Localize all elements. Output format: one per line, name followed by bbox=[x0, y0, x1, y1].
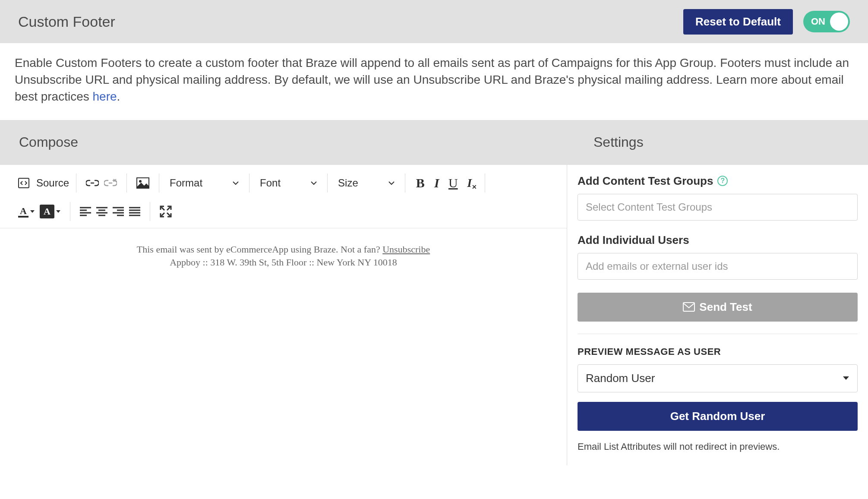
format-select[interactable]: Format bbox=[166, 177, 242, 189]
content-test-groups-label: Add Content Test Groups ? bbox=[578, 174, 858, 188]
preview-user-value: Random User bbox=[586, 372, 655, 385]
caret-down-icon bbox=[843, 376, 849, 381]
caret-down-icon bbox=[233, 181, 239, 185]
description-body: Enable Custom Footers to create a custom… bbox=[15, 56, 849, 103]
footer-preview: This email was sent by eCommerceApp usin… bbox=[10, 243, 556, 270]
page-title: Custom Footer bbox=[18, 13, 115, 30]
image-icon[interactable] bbox=[134, 175, 152, 191]
send-test-button[interactable]: Send Test bbox=[578, 293, 858, 322]
text-color-button[interactable]: A bbox=[16, 203, 37, 220]
send-test-label: Send Test bbox=[699, 300, 752, 314]
align-center-button[interactable] bbox=[94, 203, 110, 220]
editor-toolbar: Source bbox=[0, 165, 567, 228]
divider bbox=[578, 334, 858, 334]
unsubscribe-link[interactable]: Unsubscribe bbox=[382, 244, 430, 255]
envelope-icon bbox=[683, 302, 695, 312]
source-icon[interactable] bbox=[16, 175, 32, 191]
compose-section-title: Compose bbox=[19, 134, 568, 150]
preview-note: Email List Attributes will not redirect … bbox=[578, 441, 858, 452]
editor-content-area[interactable]: This email was sent by eCommerceApp usin… bbox=[0, 228, 567, 284]
description-period: . bbox=[117, 90, 120, 103]
individual-users-input[interactable] bbox=[578, 253, 858, 280]
settings-pane: Add Content Test Groups ? Add Individual… bbox=[567, 165, 868, 465]
italic-button[interactable]: I bbox=[429, 175, 445, 191]
remove-format-button[interactable]: I✕ bbox=[461, 175, 478, 191]
caret-down-icon bbox=[56, 210, 60, 213]
toolbar-row-1: Source bbox=[9, 171, 558, 195]
footer-line1-text: This email was sent by eCommerceApp usin… bbox=[137, 244, 382, 255]
content-test-groups-input[interactable] bbox=[578, 194, 858, 221]
format-select-label: Format bbox=[170, 177, 202, 189]
reset-to-default-button[interactable]: Reset to Default bbox=[683, 9, 793, 35]
unlink-icon[interactable] bbox=[101, 175, 120, 191]
main-split: Source bbox=[0, 165, 868, 465]
svg-rect-3 bbox=[683, 303, 694, 311]
maximize-icon[interactable] bbox=[157, 203, 174, 220]
individual-users-label: Add Individual Users bbox=[578, 234, 858, 247]
underline-button[interactable]: U bbox=[445, 175, 461, 191]
header-actions: Reset to Default ON bbox=[683, 9, 850, 35]
size-select-label: Size bbox=[338, 177, 358, 189]
editor-pane: Source bbox=[0, 165, 567, 465]
preview-user-select[interactable]: Random User bbox=[578, 364, 858, 392]
toggle-knob bbox=[830, 13, 848, 31]
preview-message-heading: PREVIEW MESSAGE AS USER bbox=[578, 346, 858, 357]
svg-point-2 bbox=[139, 180, 142, 183]
align-justify-button[interactable] bbox=[126, 203, 143, 220]
source-button[interactable]: Source bbox=[36, 177, 69, 189]
caret-down-icon bbox=[388, 181, 395, 185]
help-icon[interactable]: ? bbox=[717, 176, 728, 186]
background-color-button[interactable]: A bbox=[37, 203, 63, 220]
align-left-button[interactable] bbox=[77, 203, 94, 220]
header-bar: Custom Footer Reset to Default ON bbox=[0, 0, 868, 43]
toolbar-row-2: A A bbox=[9, 199, 558, 224]
font-select[interactable]: Font bbox=[256, 177, 320, 189]
bold-button[interactable]: B bbox=[412, 175, 429, 191]
get-random-user-button[interactable]: Get Random User bbox=[578, 402, 858, 431]
footer-line2-text: Appboy :: 318 W. 39th St, 5th Floor :: N… bbox=[10, 256, 556, 269]
description-text: Enable Custom Footers to create a custom… bbox=[0, 43, 868, 120]
section-header-bar: Compose Settings bbox=[0, 120, 868, 165]
font-select-label: Font bbox=[260, 177, 281, 189]
link-icon[interactable] bbox=[83, 175, 101, 191]
learn-more-link[interactable]: here bbox=[93, 90, 117, 103]
align-right-button[interactable] bbox=[110, 203, 126, 220]
settings-section-title: Settings bbox=[593, 134, 868, 150]
size-select[interactable]: Size bbox=[335, 177, 398, 189]
caret-down-icon bbox=[311, 181, 317, 185]
toggle-state-label: ON bbox=[811, 16, 825, 27]
custom-footer-toggle[interactable]: ON bbox=[803, 11, 850, 32]
caret-down-icon bbox=[30, 210, 35, 213]
